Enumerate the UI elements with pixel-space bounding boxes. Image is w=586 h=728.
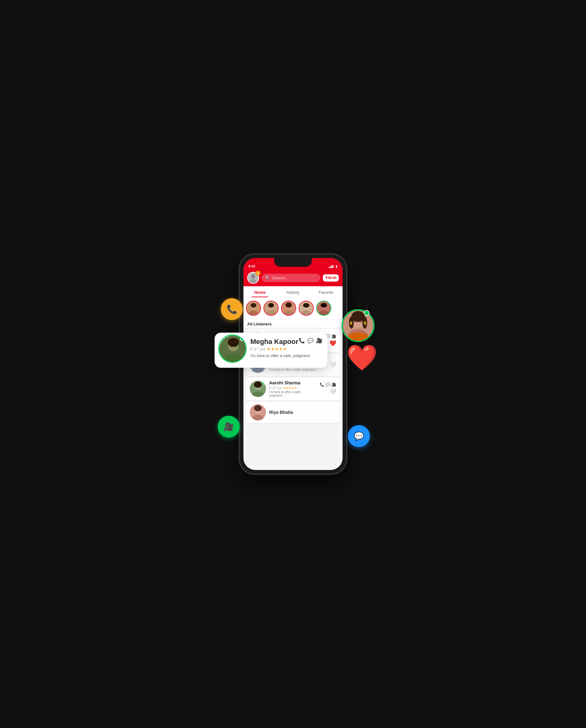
fab-video-button[interactable]: 🎥 <box>218 416 240 438</box>
floating-name-megha: Megha Kapoor <box>250 338 298 346</box>
story-avatar-3[interactable] <box>281 301 296 316</box>
listener-name-aarohi: Aarohi Sharma <box>269 380 317 385</box>
stars-aarohi: ★★★★★ <box>283 386 297 390</box>
big-heart-decoration: ❤️ <box>346 345 378 370</box>
listener-bio-ishita: I'm here to offer a safe, judgment... <box>269 368 326 371</box>
all-listeners-header: All Listeners <box>243 319 343 328</box>
story-avatar-5[interactable] <box>316 301 331 316</box>
svg-point-10 <box>364 321 366 325</box>
app-header: 10 🔍 Search... ₹48.00 <box>243 269 343 286</box>
listener-avatar-aarohi <box>250 381 266 397</box>
tabs-bar: Home History Favorite <box>243 286 343 297</box>
listener-name-riya: Riya Bhatia <box>269 410 336 415</box>
balance-display[interactable]: ₹48.00 <box>323 274 339 282</box>
status-time: 9:41 <box>248 264 255 268</box>
stories-row <box>243 297 343 319</box>
featured-avatar-large[interactable] <box>342 309 374 342</box>
floating-bio-megha: I'm here to offer a safe, judgment <box>250 353 322 358</box>
svg-point-25 <box>286 303 292 308</box>
listener-info-aarohi: Aarohi Sharma F-27 yrs ★★★★★ I'm here to… <box>269 380 317 397</box>
svg-point-12 <box>251 274 255 279</box>
scene: 📞 🎥 💬 <box>205 242 381 486</box>
floating-avatar-megha <box>218 335 247 363</box>
heart-aarohi[interactable]: 🤍 <box>329 388 336 395</box>
floating-video-icon[interactable]: 🎥 <box>316 338 322 344</box>
listener-meta-aarohi: F-27 yrs ★★★★★ <box>269 386 317 390</box>
featured-avatar-online-dot <box>364 310 369 316</box>
floating-meta-megha: F-27 yrs ★★★★★ <box>250 346 298 352</box>
fab-call-button[interactable]: 📞 <box>221 298 243 320</box>
chat-icon-aarohi[interactable]: 💬 <box>326 383 330 387</box>
call-wave-icon: 📞 <box>226 304 238 314</box>
story-avatar-1[interactable] <box>246 301 261 316</box>
call-icon-aarohi[interactable]: 📞 <box>320 383 324 387</box>
listener-actions-ishita: 🤍 <box>329 361 336 368</box>
online-dot-aarohi <box>262 381 265 384</box>
svg-point-33 <box>321 303 327 308</box>
phone-notch <box>274 258 312 267</box>
video-icon-aarohi[interactable]: 🎥 <box>332 383 336 387</box>
heart-shweta[interactable]: ❤️ <box>329 340 336 347</box>
signal-bar-3 <box>331 265 332 268</box>
heart-ishita[interactable]: 🤍 <box>329 361 336 368</box>
tab-history[interactable]: History <box>276 286 309 297</box>
user-avatar-badge[interactable]: 10 <box>247 272 259 284</box>
svg-point-48 <box>254 382 262 388</box>
signal-bar-4 <box>333 265 334 268</box>
svg-point-57 <box>230 345 232 347</box>
status-icons: ▮ <box>329 265 338 268</box>
listener-avatar-riya <box>250 404 266 420</box>
svg-point-52 <box>254 405 262 411</box>
story-avatar-2[interactable] <box>264 301 278 316</box>
floating-stars-megha: ★★★★★ <box>267 346 287 352</box>
svg-point-21 <box>268 303 274 308</box>
story-avatar-4[interactable] <box>299 301 314 316</box>
signal-bars <box>329 265 334 268</box>
floating-chat-icon[interactable]: 💬 <box>308 338 314 344</box>
tab-home[interactable]: Home <box>243 286 276 297</box>
screen-fade <box>243 458 343 470</box>
tab-favorite[interactable]: Favorite <box>310 286 343 297</box>
svg-point-17 <box>251 303 256 308</box>
svg-point-7 <box>355 320 357 322</box>
video-camera-icon: 🎥 <box>224 422 234 432</box>
listener-card-aarohi[interactable]: Aarohi Sharma F-27 yrs ★★★★★ I'm here to… <box>246 377 340 400</box>
video-icon-shweta[interactable]: 🎥 <box>332 334 336 339</box>
fab-chat-button[interactable]: 💬 <box>348 425 370 447</box>
search-icon: 🔍 <box>265 276 270 280</box>
svg-point-8 <box>360 320 361 322</box>
svg-point-29 <box>303 303 309 308</box>
search-bar[interactable]: 🔍 Search... <box>262 274 320 282</box>
floating-call-icon[interactable]: 📞 <box>299 338 305 344</box>
listener-actions-aarohi: 📞 💬 🎥 🤍 <box>320 383 336 395</box>
svg-point-58 <box>235 345 237 347</box>
floating-card-megha[interactable]: Megha Kapoor F-27 yrs ★★★★★ 📞 💬 🎥 I'm he… <box>215 333 327 368</box>
search-placeholder-text: Search... <box>272 276 288 280</box>
floating-online-dot <box>240 337 244 341</box>
listener-card-riya[interactable]: Riya Bhatia <box>246 401 340 423</box>
notification-badge: 10 <box>255 270 260 276</box>
floating-action-icons: 📞 💬 🎥 <box>299 338 322 344</box>
svg-point-9 <box>350 321 352 325</box>
svg-point-56 <box>228 338 239 347</box>
listener-info-riya: Riya Bhatia <box>269 410 336 415</box>
floating-info-megha: Megha Kapoor F-27 yrs ★★★★★ 📞 💬 🎥 I'm he… <box>250 338 322 358</box>
action-icons-aarohi: 📞 💬 🎥 <box>320 383 336 387</box>
chat-bubble-icon: 💬 <box>354 432 364 441</box>
signal-bar-1 <box>329 267 330 268</box>
battery-icon: ▮ <box>336 265 338 268</box>
listener-bio-aarohi: I'm here to offer a safe, judgment... <box>269 390 317 397</box>
signal-bar-2 <box>330 266 331 268</box>
